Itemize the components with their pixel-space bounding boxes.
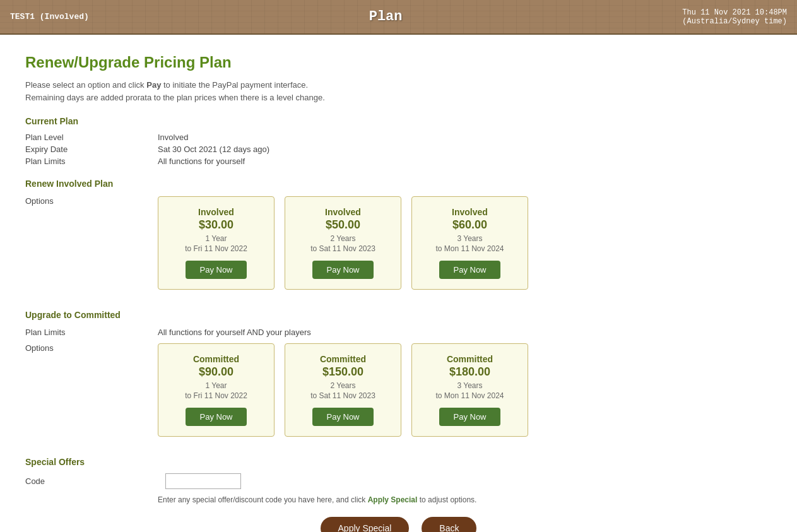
plan-level-value: Involved — [158, 133, 188, 142]
renew-card2-price: $50.00 — [298, 218, 388, 232]
upgrade-card2-duration: 2 Years — [298, 381, 388, 390]
upgrade-options-label: Options — [25, 343, 158, 442]
renew-options-row: Options Involved $30.00 1 Year to Fri 11… — [25, 196, 772, 295]
header-title: Plan — [369, 9, 403, 25]
renew-pay-now-btn-3[interactable]: Pay Now — [439, 261, 500, 279]
header-datetime: Thu 11 Nov 2021 10:48PM (Australia/Sydne… — [682, 8, 787, 26]
intro-suffix: to initiate the PayPal payment interface… — [161, 80, 308, 90]
expiry-date-value: Sat 30 Oct 2021 (12 days ago) — [158, 145, 269, 154]
apply-special-button[interactable]: Apply Special — [321, 517, 410, 532]
code-input[interactable] — [165, 473, 241, 489]
upgrade-plan-options: Committed $90.00 1 Year to Fri 11 Nov 20… — [158, 343, 528, 437]
renew-pay-now-btn-1[interactable]: Pay Now — [186, 261, 246, 279]
code-hint: Enter any special offer/discount code yo… — [158, 495, 772, 504]
upgrade-card3-title: Committed — [425, 354, 515, 364]
upgrade-card2-title: Committed — [298, 354, 388, 364]
upgrade-section-title: Upgrade to Committed — [25, 310, 772, 320]
renew-card1-duration: 1 Year — [171, 234, 261, 243]
renew-card3-price: $60.00 — [425, 218, 515, 232]
upgrade-card1-title: Committed — [171, 354, 261, 364]
upgrade-plan-card-3: Committed $180.00 3 Years to Mon 11 Nov … — [411, 343, 528, 437]
upgrade-card1-date: to Fri 11 Nov 2022 — [171, 391, 261, 400]
renew-card1-price: $30.00 — [171, 218, 261, 232]
upgrade-plan-card-2: Committed $150.00 2 Years to Sat 11 Nov … — [285, 343, 401, 437]
intro-bold: Pay — [146, 80, 161, 90]
upgrade-plan-limits-value: All functions for yourself AND your play… — [158, 328, 311, 337]
upgrade-card2-price: $150.00 — [298, 365, 388, 379]
upgrade-card3-price: $180.00 — [425, 365, 515, 379]
code-row: Code — [25, 473, 772, 489]
upgrade-card3-duration: 3 Years — [425, 381, 515, 390]
upgrade-card2-date: to Sat 11 Nov 2023 — [298, 391, 388, 400]
current-plan-title: Current Plan — [25, 116, 772, 126]
expiry-date-row: Expiry Date Sat 30 Oct 2021 (12 days ago… — [25, 145, 772, 154]
upgrade-plan-limits-row: Plan Limits All functions for yourself A… — [25, 328, 772, 337]
upgrade-card1-duration: 1 Year — [171, 381, 261, 390]
upgrade-card1-price: $90.00 — [171, 365, 261, 379]
action-buttons: Apply Special Back — [25, 517, 772, 532]
page-title: Renew/Upgrade Pricing Plan — [25, 54, 772, 71]
intro-text: Please select an option and click Pay to… — [25, 79, 772, 103]
renew-card2-date: to Sat 11 Nov 2023 — [298, 244, 388, 253]
renew-pay-now-btn-2[interactable]: Pay Now — [312, 261, 373, 279]
renew-card3-title: Involved — [425, 207, 515, 217]
renew-section: Renew Involved Plan Options Involved $30… — [25, 179, 772, 295]
main-content: Renew/Upgrade Pricing Plan Please select… — [0, 35, 797, 532]
renew-card3-date: to Mon 11 Nov 2024 — [425, 244, 515, 253]
hint-prefix: Enter any special offer/discount code yo… — [158, 495, 368, 504]
upgrade-pay-now-btn-2[interactable]: Pay Now — [312, 408, 373, 426]
upgrade-pay-now-btn-3[interactable]: Pay Now — [439, 408, 500, 426]
code-label: Code — [25, 476, 158, 486]
expiry-date-label: Expiry Date — [25, 145, 158, 154]
renew-card2-duration: 2 Years — [298, 234, 388, 243]
plan-level-row: Plan Level Involved — [25, 133, 772, 142]
plan-limits-value: All functions for yourself — [158, 157, 245, 166]
upgrade-card3-date: to Mon 11 Nov 2024 — [425, 391, 515, 400]
upgrade-plan-limits-label: Plan Limits — [25, 328, 158, 337]
special-offers-section: Special Offers Code Enter any special of… — [25, 457, 772, 504]
upgrade-section: Upgrade to Committed Plan Limits All fun… — [25, 310, 772, 442]
renew-card1-title: Involved — [171, 207, 261, 217]
upgrade-pay-now-btn-1[interactable]: Pay Now — [186, 408, 246, 426]
special-offers-title: Special Offers — [25, 457, 772, 467]
upgrade-plan-card-1: Committed $90.00 1 Year to Fri 11 Nov 20… — [158, 343, 275, 437]
plan-limits-row: Plan Limits All functions for yourself — [25, 157, 772, 166]
plan-level-label: Plan Level — [25, 133, 158, 142]
header-timezone: (Australia/Sydney time) — [682, 17, 787, 26]
back-button[interactable]: Back — [422, 517, 476, 532]
renew-options-label: Options — [25, 196, 158, 295]
upgrade-options-row: Options Committed $90.00 1 Year to Fri 1… — [25, 343, 772, 442]
renew-section-title: Renew Involved Plan — [25, 179, 772, 189]
renew-plan-card-3: Involved $60.00 3 Years to Mon 11 Nov 20… — [411, 196, 528, 290]
intro-prefix: Please select an option and click — [25, 80, 146, 90]
header-date: Thu 11 Nov 2021 10:48PM — [682, 8, 787, 17]
hint-suffix: to adjust options. — [417, 495, 476, 504]
renew-card2-title: Involved — [298, 207, 388, 217]
renew-plan-options: Involved $30.00 1 Year to Fri 11 Nov 202… — [158, 196, 528, 290]
header-user-label: TEST1 (Involved) — [10, 12, 89, 21]
renew-card3-duration: 3 Years — [425, 234, 515, 243]
hint-bold: Apply Special — [368, 495, 418, 504]
renew-plan-card-1: Involved $30.00 1 Year to Fri 11 Nov 202… — [158, 196, 275, 290]
plan-limits-label: Plan Limits — [25, 157, 158, 166]
renew-plan-card-2: Involved $50.00 2 Years to Sat 11 Nov 20… — [285, 196, 401, 290]
intro-line2: Remaining days are added prorata to the … — [25, 93, 325, 102]
renew-card1-date: to Fri 11 Nov 2022 — [171, 244, 261, 253]
current-plan-info: Plan Level Involved Expiry Date Sat 30 O… — [25, 133, 772, 166]
page-header: TEST1 (Involved) Plan Thu 11 Nov 2021 10… — [0, 0, 797, 35]
